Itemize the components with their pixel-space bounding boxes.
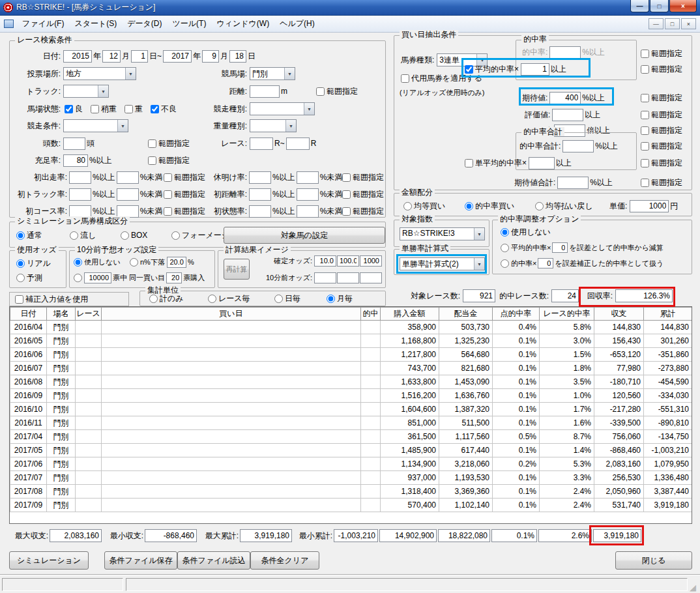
table-row[interactable]: 2016/07 門別 743,700 821,680 0.1% 1.8% 77,…: [10, 362, 692, 375]
race-from-input[interactable]: [250, 137, 273, 150]
course-select[interactable]: 門別▼: [250, 67, 295, 80]
avg-subtract-input[interactable]: [552, 242, 568, 253]
range-checkbox[interactable]: [164, 207, 172, 216]
header-payout[interactable]: 配当金: [439, 308, 493, 321]
date-from-year-input[interactable]: [63, 50, 92, 63]
range-checkbox[interactable]: [641, 94, 649, 102]
box-radio[interactable]: [121, 231, 129, 240]
formation-radio[interactable]: [171, 231, 180, 240]
target-index-select[interactable]: RB☆STRIKE!3▼: [400, 227, 485, 240]
baba-heavy-checkbox[interactable]: [124, 105, 133, 113]
close-button[interactable]: ×: [669, 0, 697, 12]
rate-under-input[interactable]: [117, 171, 139, 184]
table-row[interactable]: 2016/11 門別 851,000 511,500 0.1% 1.6% -33…: [10, 416, 692, 430]
table-row[interactable]: 2017/04 門別 361,500 1,117,560 0.5% 8.7% 7…: [10, 430, 692, 444]
rate-under-input[interactable]: [297, 171, 319, 184]
date-from-month-input[interactable]: [102, 50, 121, 63]
single-avg-hit-checkbox[interactable]: [465, 159, 473, 167]
rate-over-input[interactable]: [249, 171, 271, 184]
buy-count-input[interactable]: [166, 272, 182, 283]
table-row[interactable]: 2017/08 門別 1,318,400 3,369,360 0.1% 2.4%…: [10, 485, 692, 499]
predicted-odds-radio[interactable]: [16, 274, 25, 282]
close-window-button[interactable]: 閉じる: [615, 551, 692, 570]
header-race[interactable]: レース: [76, 308, 102, 321]
per-month-radio[interactable]: [327, 295, 335, 303]
header-place[interactable]: 場名: [47, 308, 76, 321]
baba-good-checkbox[interactable]: [65, 105, 73, 113]
hit-rate-buy-radio[interactable]: [465, 202, 473, 210]
date-to-year-input[interactable]: [163, 50, 192, 63]
ten-min-odds-input-2[interactable]: [337, 272, 359, 283]
range-checkbox[interactable]: [641, 179, 649, 187]
header-point-rate[interactable]: 点的中率: [493, 308, 540, 321]
date-from-day-input[interactable]: [131, 50, 148, 63]
correction-input-checkbox[interactable]: [15, 295, 23, 304]
table-row[interactable]: 2017/09 門別 570,400 1,102,140 0.1% 2.4% 5…: [10, 499, 692, 512]
header-kaime[interactable]: 買い目: [102, 308, 361, 321]
range-checkbox[interactable]: [148, 156, 156, 165]
per-race-radio[interactable]: [208, 295, 216, 303]
table-row[interactable]: 2017/06 門別 1,134,900 3,218,060 0.2% 5.3%…: [10, 457, 692, 471]
menu-window[interactable]: ウィンドウ(W): [211, 16, 274, 33]
target-horse-button[interactable]: 対象馬の設定: [224, 227, 385, 244]
vote-place-select[interactable]: 地方▼: [63, 67, 136, 80]
evaluation-value-input[interactable]: [552, 109, 583, 121]
baba-bad-checkbox[interactable]: [151, 105, 159, 113]
resize-grip[interactable]: ◢: [690, 583, 699, 592]
mdi-restore-button[interactable]: □: [665, 18, 680, 29]
menu-start[interactable]: スタート(S): [69, 16, 122, 33]
fixed-odds-input-1[interactable]: [314, 255, 336, 267]
expected-value-input[interactable]: [549, 92, 581, 104]
win-rate-formula-select[interactable]: 単勝率計算式(2)▼: [400, 257, 485, 270]
table-row[interactable]: 2017/05 門別 1,485,900 617,440 0.1% 1.4% -…: [10, 444, 692, 457]
range-checkbox[interactable]: [641, 111, 649, 119]
table-row[interactable]: 2016/09 門別 1,516,200 1,636,760 0.1% 1.0%…: [10, 389, 692, 403]
ten-min-odds-input-3[interactable]: [360, 272, 382, 283]
substitute-ticket-checkbox[interactable]: [401, 74, 409, 83]
header-total[interactable]: 累計: [644, 308, 692, 321]
race-condition-select[interactable]: ▼: [63, 119, 128, 132]
no-adjust-radio[interactable]: [501, 228, 509, 237]
rate-over-input[interactable]: [69, 188, 91, 201]
avg-hit-input[interactable]: [521, 63, 549, 76]
range-checkbox[interactable]: [316, 87, 325, 96]
equal-buy-radio[interactable]: [403, 202, 412, 210]
table-row[interactable]: 2016/05 門別 1,168,800 1,325,230 0.1% 3.0%…: [10, 334, 692, 348]
mdi-minimize-button[interactable]: —: [649, 18, 664, 29]
recalc-button[interactable]: 再計算: [224, 259, 250, 280]
rate-over-input[interactable]: [69, 171, 91, 184]
fixed-odds-input-3[interactable]: [360, 255, 382, 267]
save-condition-file-button[interactable]: 条件ファイル保存: [104, 551, 177, 570]
vote-count-input[interactable]: [84, 272, 111, 283]
menu-file[interactable]: ファイル(F): [17, 16, 69, 33]
single-avg-hit-input[interactable]: [529, 157, 555, 169]
real-odds-radio[interactable]: [16, 259, 25, 268]
normal-radio[interactable]: [16, 231, 25, 240]
distance-input[interactable]: [250, 85, 280, 98]
no-use-radio[interactable]: [74, 258, 82, 267]
table-row[interactable]: 2016/10 門別 1,604,600 1,387,320 0.1% 1.7%…: [10, 403, 692, 416]
header-hit[interactable]: 的中: [361, 308, 381, 321]
range-checkbox[interactable]: [342, 173, 351, 182]
error-correct-radio[interactable]: [501, 259, 509, 268]
header-balance[interactable]: 収支: [594, 308, 644, 321]
race-type-select[interactable]: ▼: [250, 102, 315, 115]
range-checkbox[interactable]: [641, 65, 649, 74]
rate-over-input[interactable]: [249, 188, 271, 201]
minimize-button[interactable]: —: [630, 0, 649, 12]
hit-rate-input[interactable]: [549, 46, 581, 59]
range-checkbox[interactable]: [342, 190, 351, 199]
drop-radio[interactable]: [130, 258, 138, 267]
mdi-close-button[interactable]: ×: [681, 18, 696, 29]
range-checkbox[interactable]: [641, 126, 649, 135]
heads-input[interactable]: [63, 137, 85, 150]
avg-subtract-radio[interactable]: [501, 244, 509, 252]
sufficiency-input[interactable]: [63, 154, 88, 167]
range-checkbox[interactable]: [641, 50, 649, 58]
load-condition-file-button[interactable]: 条件ファイル読込: [177, 551, 250, 570]
per-day-radio[interactable]: [274, 295, 283, 303]
rate-under-input[interactable]: [297, 205, 319, 218]
menu-data[interactable]: データ(D): [122, 16, 167, 33]
date-to-month-input[interactable]: [202, 50, 219, 63]
drop-percent-input[interactable]: [167, 257, 186, 268]
